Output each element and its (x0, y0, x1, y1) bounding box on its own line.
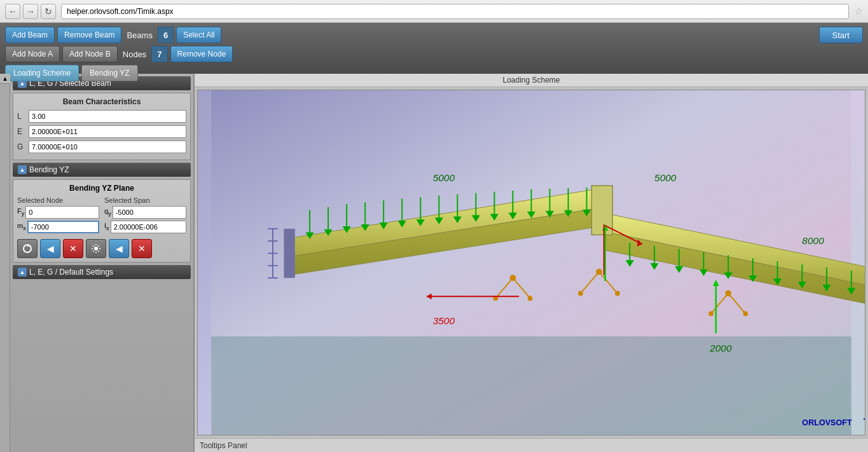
default-settings-header: ▲ L, E, G / Default Settings (13, 265, 191, 279)
select-all-button[interactable]: Select All (176, 27, 221, 43)
svg-text:8000: 8000 (802, 235, 824, 246)
close-button-2[interactable]: ✕ (132, 239, 152, 258)
back-button[interactable]: ← (5, 4, 20, 19)
add-node-a-button[interactable]: Add Node A (5, 46, 60, 62)
refresh-button[interactable]: ↻ (41, 4, 56, 19)
toolbar: Add Beam Remove Beam Beams 6 Select All … (0, 23, 868, 74)
svg-point-84 (708, 311, 713, 316)
add-beam-button[interactable]: Add Beam (5, 27, 55, 43)
loading-scheme-tab[interactable]: Loading Scheme (5, 65, 79, 81)
svg-point-78 (510, 275, 516, 281)
nodes-label: Nodes (120, 50, 149, 59)
bending-yz-label: Bending YZ (29, 165, 69, 174)
canvas-title: Loading Scheme (195, 74, 868, 87)
browser-chrome: ← → ↻ ☆ (0, 0, 868, 23)
g-input[interactable] (29, 140, 186, 153)
scroll-up-button[interactable]: ▲ (0, 74, 10, 84)
app-container: Add Beam Remove Beam Beams 6 Select All … (0, 23, 868, 452)
tooltips-label: Tooltips Panel (200, 441, 247, 450)
start-button[interactable]: Start (819, 27, 863, 43)
svg-text:3500: 3500 (433, 315, 455, 326)
ix-label: Ix (104, 222, 109, 231)
tooltips-panel: Tooltips Panel (195, 438, 868, 452)
default-settings-icon: ▲ (18, 268, 27, 277)
svg-point-80 (528, 296, 533, 301)
settings-button[interactable] (86, 239, 106, 258)
svg-point-83 (725, 291, 731, 297)
close-button-1[interactable]: ✕ (63, 239, 83, 258)
ix-input[interactable] (111, 221, 186, 233)
qy-label: qy (104, 207, 111, 217)
svg-point-74 (578, 291, 583, 296)
beam-visualization: 5000 5000 (198, 90, 865, 435)
fy-input[interactable] (25, 206, 99, 219)
e-label: E (17, 127, 26, 136)
nodes-count: 7 (151, 46, 167, 62)
mx-input[interactable] (27, 221, 99, 233)
bending-yz-tab[interactable]: Bending YZ (81, 65, 138, 81)
beam-characteristics-title: Beam Characteristics (17, 97, 186, 106)
selected-node-sublabel: Selected Node (17, 196, 99, 204)
beams-count: 6 (158, 27, 174, 43)
mx-label: mx (17, 222, 26, 231)
l-input[interactable] (29, 110, 186, 123)
bookmark-icon[interactable]: ☆ (854, 5, 863, 17)
remove-beam-button[interactable]: Remove Beam (57, 27, 121, 43)
qy-input[interactable] (113, 206, 186, 219)
default-settings-label: L, E, G / Default Settings (29, 268, 113, 277)
bending-yz-plane-title: Bending YZ Plane (17, 184, 186, 193)
remove-node-button[interactable]: Remove Node (170, 46, 233, 62)
add-node-b-button[interactable]: Add Node B (62, 46, 118, 62)
arrow-left-button-2[interactable]: ◀ (109, 239, 129, 258)
svg-point-73 (596, 269, 602, 275)
svg-text:5000: 5000 (654, 172, 677, 183)
arrow-left-button-1[interactable]: ◀ (40, 239, 60, 258)
right-panel: Loading Scheme (195, 74, 868, 452)
left-scrollbar: ▲ (0, 74, 10, 452)
left-panel: ▲ L, E, G / Selected Beam Beam Character… (10, 74, 195, 452)
forward-button[interactable]: → (23, 4, 38, 19)
fy-label: Fy (17, 207, 24, 217)
svg-rect-9 (284, 229, 294, 278)
bending-yz-section: Bending YZ Plane Selected Node Fy mx (13, 179, 191, 263)
canvas-area[interactable]: 5000 5000 (197, 90, 865, 435)
svg-point-75 (615, 291, 620, 296)
svg-point-85 (743, 311, 748, 316)
l-label: L (17, 112, 26, 121)
svg-text:ORLOVSOFT: ORLOVSOFT (802, 418, 852, 427)
selected-span-sublabel: Selected Span (104, 196, 186, 204)
address-bar[interactable] (61, 4, 849, 19)
rotate-button[interactable] (17, 239, 38, 258)
e-input[interactable] (29, 125, 186, 138)
main-area: ▲ ▲ L, E, G / Selected Beam Beam Charact… (0, 74, 868, 452)
svg-point-1 (94, 247, 98, 250)
beams-label: Beams (124, 31, 155, 40)
svg-text:2000: 2000 (709, 343, 732, 353)
bending-yz-header: ▲ Bending YZ (13, 163, 191, 177)
svg-text:5000: 5000 (433, 172, 455, 183)
svg-rect-3 (211, 336, 851, 435)
bending-icon: ▲ (18, 165, 27, 174)
beam-characteristics-section: Beam Characteristics L E G (13, 93, 191, 160)
g-label: G (17, 142, 26, 151)
